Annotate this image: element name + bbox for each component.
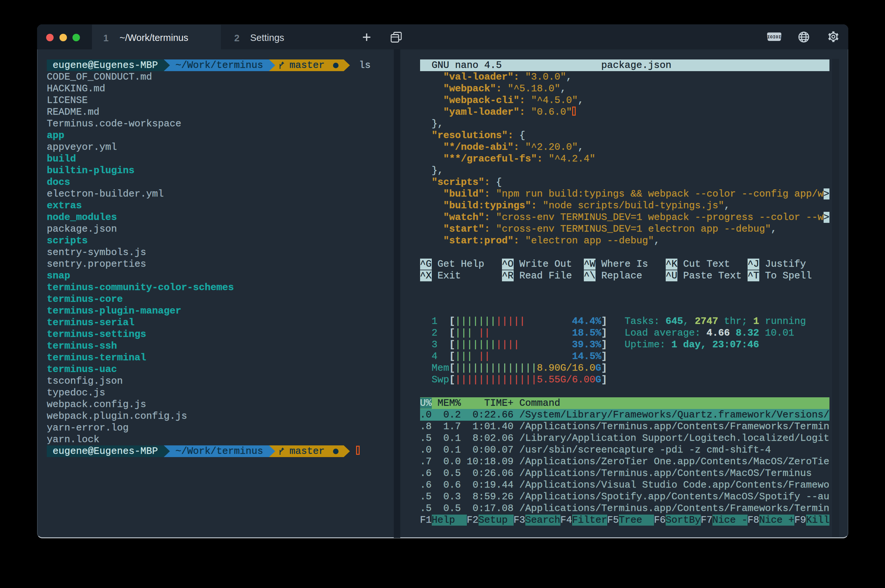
- svg-text:IOIOI: IOIOI: [767, 35, 781, 40]
